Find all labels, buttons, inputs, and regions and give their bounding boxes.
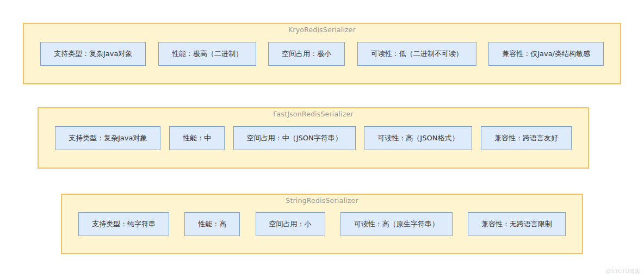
- site-watermark: @51CTO博客: [605, 268, 640, 275]
- feature-node-space-usage: 空间占用：极小: [268, 42, 345, 66]
- feature-node-performance: 性能：极高（二进制）: [158, 42, 256, 66]
- serializer-group-kryo: KryoRedisSerializer 支持类型：复杂Java对象 性能：极高（…: [23, 23, 621, 84]
- feature-node-performance: 性能：高: [184, 212, 240, 236]
- feature-node-space-usage: 空间占用：中（JSON字符串）: [233, 126, 356, 150]
- feature-node-compatibility: 兼容性：无跨语言限制: [468, 212, 566, 236]
- feature-node-supported-types: 支持类型：复杂Java对象: [55, 126, 160, 150]
- feature-node-space-usage: 空间占用：小: [256, 212, 325, 236]
- diagram-canvas: KryoRedisSerializer 支持类型：复杂Java对象 性能：极高（…: [0, 0, 644, 278]
- group-title-kryo: KryoRedisSerializer: [24, 26, 620, 34]
- feature-node-readability: 可读性：低（二进制不可读）: [357, 42, 476, 66]
- group-title-string: StringRedisSerializer: [62, 196, 582, 205]
- feature-node-supported-types: 支持类型：复杂Java对象: [40, 42, 146, 66]
- feature-node-readability: 可读性：高（原生字符串）: [340, 212, 453, 236]
- group-title-fastjson: FastJsonRedisSerializer: [39, 110, 588, 118]
- feature-node-compatibility: 兼容性：跨语言友好: [481, 126, 572, 150]
- feature-node-supported-types: 支持类型：纯字符串: [78, 212, 169, 236]
- feature-node-performance: 性能：中: [169, 126, 225, 150]
- feature-node-readability: 可读性：高（JSON格式）: [364, 126, 472, 150]
- serializer-group-fastjson: FastJsonRedisSerializer 支持类型：复杂Java对象 性能…: [38, 107, 589, 169]
- feature-node-compatibility: 兼容性：仅Java/类结构敏感: [488, 42, 604, 66]
- serializer-group-string: StringRedisSerializer 支持类型：纯字符串 性能：高 空间占…: [61, 194, 583, 254]
